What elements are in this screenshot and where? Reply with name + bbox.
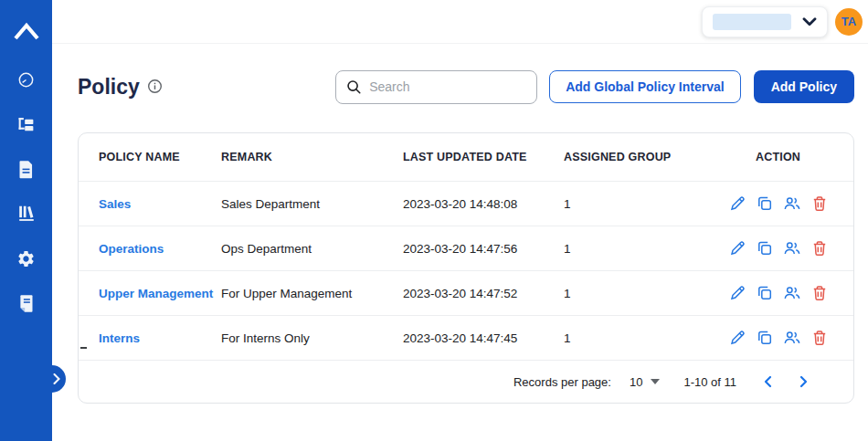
column-header-policy-name: POLICY NAME xyxy=(79,151,221,163)
search-box xyxy=(335,70,537,104)
org-tree-icon xyxy=(16,115,36,134)
table-pagination: Records per page: 10 1-10 of 11 xyxy=(79,360,853,403)
sidebar-item-reports[interactable] xyxy=(16,293,37,313)
table-row: Sales Sales Department 2023-03-20 14:48:… xyxy=(79,181,853,226)
prev-page-button[interactable] xyxy=(762,375,775,388)
column-header-action: ACTION xyxy=(703,151,853,163)
delete-policy-button[interactable] xyxy=(810,239,829,257)
duplicate-policy-button[interactable] xyxy=(756,194,774,213)
records-per-page-label: Records per page: xyxy=(513,375,611,389)
sidebar-item-library[interactable] xyxy=(16,204,37,224)
column-header-assigned-group: ASSIGNED GROUP xyxy=(564,151,703,163)
library-books-icon xyxy=(16,204,37,224)
column-header-last-updated: LAST UPDATED DATE xyxy=(403,151,564,163)
assigned-group-cell: 1 xyxy=(564,197,703,211)
table-row: Operations Ops Department 2023-03-20 14:… xyxy=(79,226,853,270)
table-header-row: POLICY NAME REMARK LAST UPDATED DATE ASS… xyxy=(79,133,853,181)
edit-policy-button[interactable] xyxy=(728,239,746,257)
chevron-right-icon xyxy=(53,373,60,384)
duplicate-policy-button[interactable] xyxy=(756,239,774,257)
assigned-group-cell: 1 xyxy=(564,331,703,345)
edit-policy-button[interactable] xyxy=(728,329,746,347)
edit-icon xyxy=(728,284,746,302)
delete-policy-button[interactable] xyxy=(810,284,829,302)
dashboard-gauge-icon xyxy=(16,70,36,89)
delete-policy-button[interactable] xyxy=(810,329,829,347)
delete-icon xyxy=(810,194,829,213)
assign-group-icon xyxy=(783,194,801,213)
chevron-right-icon xyxy=(797,375,810,388)
table-row: Interns For Interns Only 2023-03-20 14:4… xyxy=(79,315,853,360)
remark-cell: For Interns Only xyxy=(221,331,403,345)
search-icon xyxy=(345,79,362,95)
edit-icon xyxy=(728,194,746,213)
pagination-range: 1-10 of 11 xyxy=(683,375,736,389)
page-size-value: 10 xyxy=(630,375,642,389)
policy-name-link[interactable]: Interns xyxy=(99,331,140,345)
duplicate-icon xyxy=(756,329,774,347)
remark-cell: Ops Department xyxy=(221,242,403,256)
account-name-redacted xyxy=(713,14,791,30)
assigned-group-cell: 1 xyxy=(564,242,703,256)
assign-group-button[interactable] xyxy=(783,194,801,213)
duplicate-icon xyxy=(756,239,774,257)
sidebar-item-settings[interactable] xyxy=(16,248,37,268)
policy-table: POLICY NAME REMARK LAST UPDATED DATE ASS… xyxy=(78,132,854,404)
delete-icon xyxy=(810,329,829,347)
chevron-left-icon xyxy=(762,375,775,388)
assign-group-button[interactable] xyxy=(783,329,801,347)
delete-icon xyxy=(810,284,829,302)
edit-icon xyxy=(728,329,746,347)
duplicate-policy-button[interactable] xyxy=(756,284,774,302)
assign-group-button[interactable] xyxy=(783,239,801,257)
sidebar-item-structure[interactable] xyxy=(16,114,37,134)
delete-policy-button[interactable] xyxy=(810,194,829,213)
last-updated-cell: 2023-03-20 14:47:52 xyxy=(403,287,564,300)
user-avatar[interactable]: TA xyxy=(835,8,863,36)
chevron-down-icon xyxy=(802,14,817,30)
edit-policy-button[interactable] xyxy=(728,284,746,302)
main-area: TA Policy Add Global Policy Interval Add… xyxy=(52,0,868,404)
add-global-policy-interval-button[interactable]: Add Global Policy Interval xyxy=(549,70,740,103)
assign-group-icon xyxy=(783,239,801,257)
duplicate-icon xyxy=(756,284,774,302)
page-header: Policy Add Global Policy Interval Add Po… xyxy=(78,68,854,105)
page-title: Policy xyxy=(78,75,140,100)
sidebar-item-dashboard[interactable] xyxy=(16,69,37,89)
last-updated-cell: 2023-03-20 14:47:45 xyxy=(403,331,564,345)
settings-gear-icon xyxy=(16,249,36,268)
delete-icon xyxy=(810,239,829,257)
assign-group-button[interactable] xyxy=(783,284,801,302)
edit-icon xyxy=(728,239,746,257)
last-updated-cell: 2023-03-20 14:48:08 xyxy=(403,197,564,211)
assign-group-icon xyxy=(783,284,801,302)
duplicate-policy-button[interactable] xyxy=(756,329,774,347)
report-file-icon xyxy=(17,294,35,313)
column-header-remark: REMARK xyxy=(221,151,403,163)
policy-name-link[interactable]: Sales xyxy=(99,197,131,211)
policy-name-link[interactable]: Operations xyxy=(99,242,164,256)
assigned-group-cell: 1 xyxy=(564,287,703,300)
account-dropdown[interactable] xyxy=(702,6,828,37)
add-policy-button[interactable]: Add Policy xyxy=(754,70,854,103)
app-logo-chevron-up-icon xyxy=(13,22,40,44)
next-page-button[interactable] xyxy=(797,375,810,388)
caret-down-icon xyxy=(651,379,660,384)
sidebar-item-documents[interactable] xyxy=(16,159,37,179)
edit-policy-button[interactable] xyxy=(728,194,746,213)
last-updated-cell: 2023-03-20 14:47:56 xyxy=(403,242,564,256)
table-row: Upper Management For Upper Management 20… xyxy=(79,270,853,315)
duplicate-icon xyxy=(756,194,774,213)
info-icon[interactable] xyxy=(147,79,163,98)
sidebar xyxy=(0,0,52,441)
assign-group-icon xyxy=(783,329,801,347)
search-input[interactable] xyxy=(369,79,515,94)
remark-cell: For Upper Management xyxy=(221,287,403,300)
document-icon xyxy=(17,160,35,179)
stray-text-cursor xyxy=(80,347,87,349)
page-size-select[interactable]: 10 xyxy=(630,375,660,389)
topbar: TA xyxy=(52,0,868,44)
policy-name-link[interactable]: Upper Management xyxy=(99,287,213,300)
remark-cell: Sales Department xyxy=(221,197,403,211)
